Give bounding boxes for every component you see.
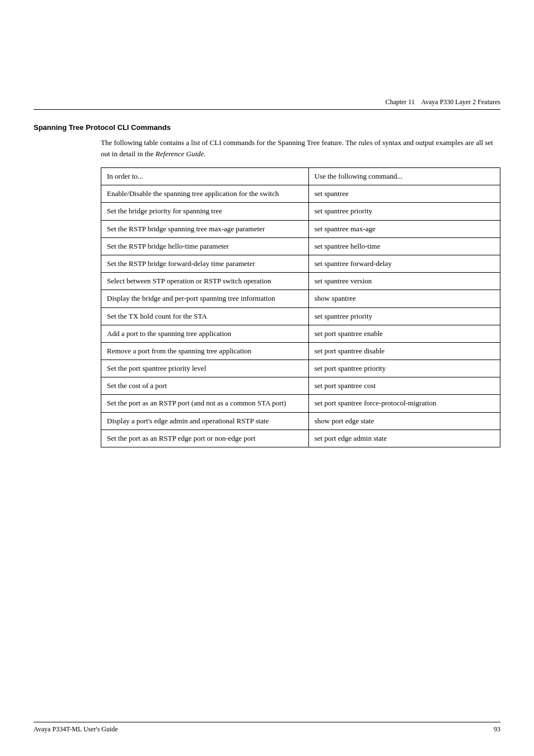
table-cell-description: Display a port's edge admin and operatio… [101,412,309,430]
table-cell-description: Display the bridge and per-port spanning… [101,290,309,307]
table-row: Set the bridge priority for spanning tre… [101,203,500,220]
table-cell-command: set spantree priority [308,307,500,325]
table-cell-command: set spantree [308,185,500,203]
header-text: Chapter 11 Avaya P330 Layer 2 Features [385,98,500,106]
table-cell-description: Add a port to the spanning tree applicat… [101,325,309,342]
table-header-row: In order to... Use the following command… [101,168,500,185]
table-cell-command: set port spantree disable [308,342,500,360]
table-cell-command: set spantree priority [308,203,500,220]
intro-paragraph: The following table contains a list of C… [101,137,500,159]
table-cell-command: set spantree forward-delay [308,255,500,272]
table-row: Set the RSTP bridge hello-time parameter… [101,237,500,255]
table-cell-command: set port spantree enable [308,325,500,342]
table-cell-description: Select between STP operation or RSTP swi… [101,273,309,290]
table-cell-command: set spantree max-age [308,220,500,237]
table-cell-command: set spantree hello-time [308,237,500,255]
table-cell-description: Set the port as an RSTP port (and not as… [101,395,309,412]
table-cell-command: set spantree version [308,273,500,290]
table-row: Set the port as an RSTP port (and not as… [101,395,500,412]
table-cell-description: Set the port spantree priority level [101,360,309,377]
table-row: Set the RSTP bridge forward-delay time p… [101,255,500,272]
col1-header: In order to... [101,168,309,185]
table-cell-command: set port spantree force-protocol-migrati… [308,395,500,412]
table-cell-description: Remove a port from the spanning tree app… [101,342,309,360]
table-cell-command: set port spantree priority [308,360,500,377]
table-row: Set the port spantree priority levelset … [101,360,500,377]
table-cell-command: show port edge state [308,412,500,430]
table-cell-description: Set the bridge priority for spanning tre… [101,203,309,220]
table-row: Display a port's edge admin and operatio… [101,412,500,430]
intro-end: . [204,150,205,158]
footer-rule [34,722,500,722]
content-area: Spanning Tree Protocol CLI Commands The … [34,123,500,447]
table-row: Set the port as an RSTP edge port or non… [101,430,500,447]
intro-italic: Reference Guide [156,150,204,158]
cli-commands-table: In order to... Use the following command… [101,167,500,447]
table-cell-command: show spantree [308,290,500,307]
table-row: Remove a port from the spanning tree app… [101,342,500,360]
table-row: Add a port to the spanning tree applicat… [101,325,500,342]
section-title: Spanning Tree Protocol CLI Commands [34,123,500,132]
footer-page-number: 93 [494,725,500,734]
chapter-title: Avaya P330 Layer 2 Features [421,98,500,106]
header-rule [34,109,500,110]
table-cell-description: Set the port as an RSTP edge port or non… [101,430,309,447]
table-row: Display the bridge and per-port spanning… [101,290,500,307]
table-row: Select between STP operation or RSTP swi… [101,273,500,290]
table-cell-description: Set the RSTP bridge hello-time parameter [101,237,309,255]
table-cell-description: Enable/Disable the spanning tree applica… [101,185,309,203]
table-cell-description: Set the RSTP bridge forward-delay time p… [101,255,309,272]
page: Chapter 11 Avaya P330 Layer 2 Features S… [0,0,534,756]
table-row: Set the RSTP bridge spanning tree max-ag… [101,220,500,237]
table-row: Set the TX hold count for the STAset spa… [101,307,500,325]
table-cell-description: Set the RSTP bridge spanning tree max-ag… [101,220,309,237]
table-cell-command: set port spantree cost [308,377,500,395]
table-cell-description: Set the TX hold count for the STA [101,307,309,325]
table-cell-command: set port edge admin state [308,430,500,447]
col2-header: Use the following command... [308,168,500,185]
table-row: Enable/Disable the spanning tree applica… [101,185,500,203]
table-row: Set the cost of a portset port spantree … [101,377,500,395]
chapter-label: Chapter 11 [385,98,415,106]
footer-left-text: Avaya P334T-ML User's Guide [34,725,118,734]
cli-table-wrapper: In order to... Use the following command… [101,167,500,447]
table-cell-description: Set the cost of a port [101,377,309,395]
